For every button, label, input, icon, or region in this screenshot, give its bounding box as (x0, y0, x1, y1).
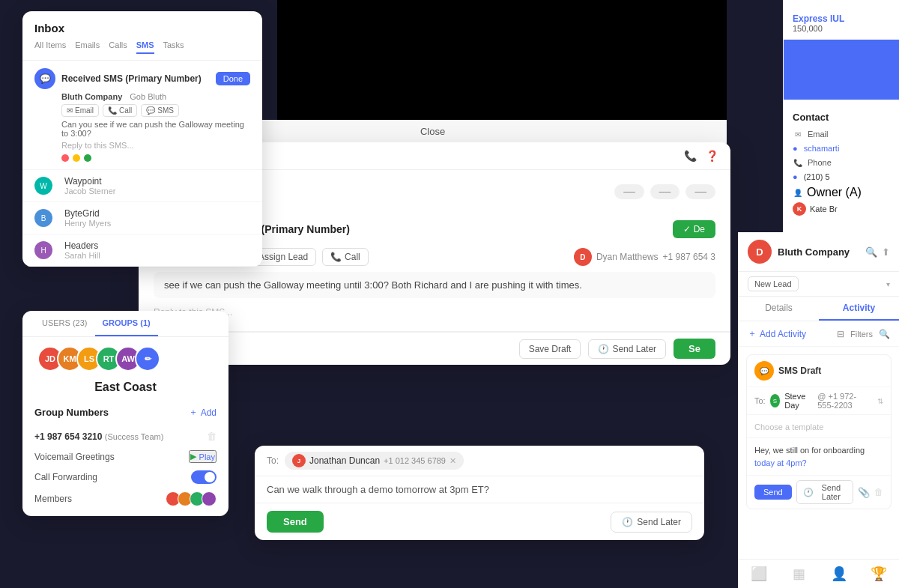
compose-message: Can we walk through a demo tomorrow at 3… (267, 484, 489, 495)
phone-searchbar-icon[interactable]: 📞 (684, 150, 697, 162)
dyan-phone: +1 987 654 3 (663, 252, 715, 262)
plus-activity-icon: ＋ (748, 327, 757, 340)
owner-avatar: K (793, 202, 806, 216)
groups-tabs: USERS (23) GROUPS (1) (22, 311, 228, 337)
send-button[interactable]: Se (674, 339, 715, 359)
dot-green (84, 154, 91, 162)
tab-tasks[interactable]: Tasks (163, 40, 184, 54)
sms-item-label: Received SMS (Primary Number) (61, 73, 202, 84)
call-action[interactable]: 📞 Call (103, 104, 137, 117)
call-button[interactable]: 📞 Call (322, 248, 369, 266)
inbox-row-bytegrid: B ByteGrid Henry Myers (22, 202, 262, 234)
activity-tab[interactable]: Activity (819, 297, 899, 321)
trash-draft-icon[interactable]: 🗑 (874, 487, 883, 497)
draft-actions: Send 🕐 Send Later 📎 🗑 (747, 475, 891, 509)
draft-send-later-button[interactable]: 🕐 Send Later (796, 480, 853, 504)
users-tab[interactable]: USERS (23) (34, 311, 95, 336)
attach-icon[interactable]: 📎 (858, 487, 870, 498)
bottom-nav: ⬜ ▦ 👤 🏆 (739, 559, 899, 588)
send-later-button[interactable]: 🕐 Send Later (588, 339, 666, 359)
dot-yellow (73, 154, 80, 162)
compose-footer: Send 🕐 Send Later (255, 503, 704, 540)
bytegrid-icon: B (34, 209, 52, 227)
bluth-title: Bluth Company (778, 246, 850, 258)
template-placeholder[interactable]: Choose a template (754, 422, 823, 431)
details-tab[interactable]: Details (739, 297, 819, 321)
groups-card: USERS (23) GROUPS (1) JD KM LS RT AW ✏ E… (22, 311, 228, 516)
sms-reply-area[interactable]: Reply to this SMS... (154, 303, 715, 322)
call-action-icon: 📞 (330, 252, 342, 262)
draft-to-avatar: S (770, 394, 781, 407)
filter-pill-2[interactable]: ── (650, 184, 680, 199)
phone-value-row: ● (210) 5 (793, 172, 890, 181)
call-forwarding-toggle[interactable] (191, 470, 217, 484)
nav-icon-2[interactable]: ▦ (779, 560, 820, 588)
tab-all-items[interactable]: All Items (34, 40, 66, 54)
new-lead-button[interactable]: New Lead (748, 276, 799, 291)
tab-sms[interactable]: SMS (136, 40, 154, 54)
reply-placeholder[interactable]: Reply to this SMS... (34, 141, 250, 150)
sms-to-row: To: J Jonathan Duncan +1 012 345 6789 ✕ (255, 446, 704, 476)
call-forwarding-label: Call Forwarding (34, 472, 97, 482)
compose-send-later-button[interactable]: 🕐 Send Later (611, 512, 692, 533)
recipient-tag: J Jonathan Duncan +1 012 345 6789 ✕ (285, 452, 464, 470)
add-number-button[interactable]: ＋ Add (189, 406, 217, 419)
call-forwarding-row: Call Forwarding (22, 467, 228, 488)
owner-label: Owner (A) (807, 186, 862, 199)
members-avatars (169, 491, 217, 506)
activity-header: ＋ Add Activity ⊟ Filters 🔍 (739, 321, 899, 347)
filter-pill-3[interactable]: ── (685, 184, 715, 199)
express-num: 150,000 (793, 24, 890, 33)
contact-title: Contact (793, 112, 890, 123)
add-activity-button[interactable]: ＋ Add Activity (748, 327, 806, 340)
tab-emails[interactable]: Emails (75, 40, 100, 54)
upload-icon[interactable]: ⬆ (882, 246, 890, 258)
recipient-avatar: J (292, 454, 306, 467)
draft-to-name: Steve Day (784, 392, 813, 410)
sms-done-btn[interactable]: ✓ De (673, 220, 715, 238)
nav-icon-4[interactable]: 🏆 (859, 560, 900, 588)
dyan-row: D Dyan Matthews +1 987 654 3 (574, 248, 715, 266)
headers-name: Headers (64, 240, 100, 251)
nav-icon-1[interactable]: ⬜ (739, 560, 779, 588)
groups-tab[interactable]: GROUPS (1) (95, 311, 158, 336)
filter-icon[interactable]: ⊟ (837, 329, 844, 339)
email-icon: ✉ (793, 129, 803, 139)
bluth-row: D Bluth Company (748, 240, 850, 264)
compose-message-area[interactable]: Can we walk through a demo tomorrow at 3… (255, 476, 704, 503)
inbox-row-headers: H Headers Sarah Hill (22, 234, 262, 267)
search-activity-icon[interactable]: 🔍 (879, 329, 890, 339)
email-action[interactable]: ✉ Email (61, 104, 99, 117)
owner-icon: 👤 (793, 187, 803, 198)
template-row: Choose a template (747, 415, 891, 438)
right-panel-header: D Bluth Company 🔍 ⬆ (739, 232, 899, 272)
inbox-sms-item: 💬 Received SMS (Primary Number) Done Blu… (22, 61, 262, 170)
filter-pill-1[interactable]: ── (614, 184, 644, 199)
email-value: schamarti (804, 144, 840, 153)
recipient-name: Jonathan Duncan (309, 455, 380, 466)
play-button[interactable]: ▶ Play (189, 450, 217, 463)
tab-calls[interactable]: Calls (109, 40, 127, 54)
sms-action-btn[interactable]: 💬 SMS (141, 104, 179, 117)
clock-icon: 🕐 (598, 344, 609, 354)
remove-recipient-icon[interactable]: ✕ (450, 456, 456, 466)
member-4 (202, 491, 217, 506)
nav-icon-3[interactable]: 👤 (819, 560, 859, 588)
help-icon[interactable]: ❓ (706, 150, 718, 162)
black-background (277, 0, 727, 120)
draft-send-button[interactable]: Send (754, 485, 792, 500)
close-button[interactable]: Close (420, 126, 445, 137)
search-rp-icon[interactable]: 🔍 (865, 246, 877, 258)
voicemail-row: Voicemail Greetings ▶ Play (22, 446, 228, 467)
group-number-tag: (Success Team) (105, 432, 164, 441)
compose-send-button[interactable]: Send (267, 511, 324, 533)
sms-draft-header: 💬 SMS Draft (747, 355, 891, 387)
edit-avatar-btn[interactable]: ✏ (135, 346, 160, 372)
blue-chart-rect (784, 40, 899, 100)
done-button[interactable]: Done (216, 72, 250, 85)
trash-icon[interactable]: 🗑 (207, 431, 217, 442)
waypoint-person: Jacob Sterner (64, 187, 115, 196)
save-draft-button[interactable]: Save Draft (519, 339, 581, 359)
members-label: Members (34, 494, 72, 504)
draft-highlight: today at 4pm? (754, 458, 807, 467)
